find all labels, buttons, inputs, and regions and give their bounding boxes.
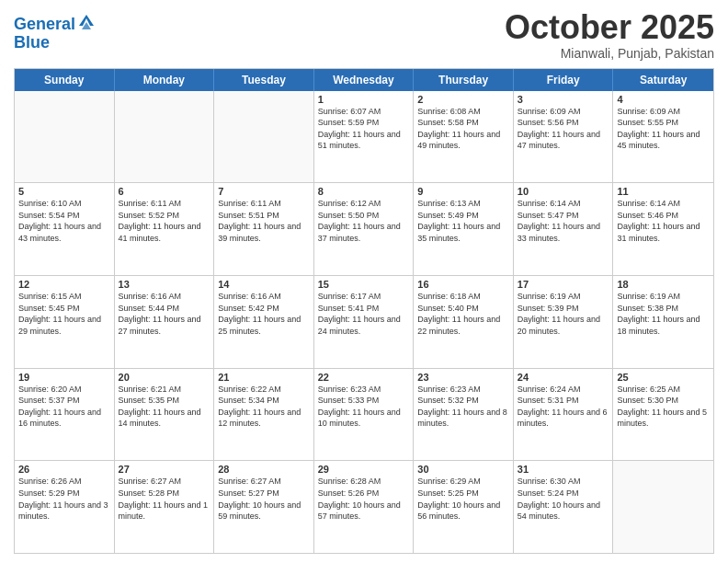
calendar-week-3: 19Sunrise: 6:20 AMSunset: 5:37 PMDayligh…: [15, 368, 713, 461]
calendar-cell: 30Sunrise: 6:29 AMSunset: 5:25 PMDayligh…: [414, 461, 514, 553]
sun-info: Sunrise: 6:19 AMSunset: 5:39 PMDaylight:…: [518, 291, 609, 337]
day-header-thursday: Thursday: [414, 69, 514, 91]
logo-blue: Blue: [14, 34, 96, 52]
calendar-cell: [115, 91, 215, 183]
calendar-cell: 17Sunrise: 6:19 AMSunset: 5:39 PMDayligh…: [514, 276, 614, 368]
sun-info: Sunrise: 6:25 AMSunset: 5:30 PMDaylight:…: [617, 384, 710, 430]
day-number: 1: [318, 94, 410, 105]
day-number: 23: [417, 372, 509, 383]
calendar-cell: 20Sunrise: 6:21 AMSunset: 5:35 PMDayligh…: [115, 369, 215, 461]
sun-info: Sunrise: 6:20 AMSunset: 5:37 PMDaylight:…: [18, 384, 110, 430]
calendar-week-2: 12Sunrise: 6:15 AMSunset: 5:45 PMDayligh…: [15, 275, 713, 368]
sun-info: Sunrise: 6:29 AMSunset: 5:25 PMDaylight:…: [417, 476, 509, 522]
calendar-week-0: 1Sunrise: 6:07 AMSunset: 5:59 PMDaylight…: [15, 91, 713, 183]
day-header-tuesday: Tuesday: [214, 69, 314, 91]
calendar-cell: 21Sunrise: 6:22 AMSunset: 5:34 PMDayligh…: [214, 369, 314, 461]
day-number: 15: [318, 279, 410, 290]
calendar-cell: 22Sunrise: 6:23 AMSunset: 5:33 PMDayligh…: [314, 369, 415, 461]
calendar-cell: 31Sunrise: 6:30 AMSunset: 5:24 PMDayligh…: [514, 461, 614, 553]
calendar-cell: 25Sunrise: 6:25 AMSunset: 5:30 PMDayligh…: [613, 369, 713, 461]
sun-info: Sunrise: 6:26 AMSunset: 5:29 PMDaylight:…: [18, 476, 110, 522]
calendar-cell: [613, 461, 713, 553]
sun-info: Sunrise: 6:24 AMSunset: 5:31 PMDaylight:…: [518, 384, 609, 430]
calendar-cell: 27Sunrise: 6:27 AMSunset: 5:28 PMDayligh…: [115, 461, 215, 553]
sun-info: Sunrise: 6:14 AMSunset: 5:47 PMDaylight:…: [518, 198, 609, 244]
sun-info: Sunrise: 6:11 AMSunset: 5:52 PMDaylight:…: [119, 198, 210, 244]
day-header-friday: Friday: [514, 69, 614, 91]
day-header-sunday: Sunday: [15, 69, 115, 91]
day-number: 3: [518, 94, 609, 105]
calendar-cell: 9Sunrise: 6:13 AMSunset: 5:49 PMDaylight…: [414, 183, 514, 275]
calendar-cell: 11Sunrise: 6:14 AMSunset: 5:46 PMDayligh…: [613, 183, 713, 275]
calendar-cell: 13Sunrise: 6:16 AMSunset: 5:44 PMDayligh…: [115, 276, 215, 368]
day-number: 13: [119, 279, 210, 290]
day-number: 10: [518, 186, 609, 197]
day-number: 9: [417, 186, 509, 197]
sun-info: Sunrise: 6:22 AMSunset: 5:34 PMDaylight:…: [218, 384, 310, 430]
sun-info: Sunrise: 6:28 AMSunset: 5:26 PMDaylight:…: [318, 476, 410, 522]
day-number: 12: [18, 279, 110, 290]
sun-info: Sunrise: 6:09 AMSunset: 5:55 PMDaylight:…: [617, 106, 710, 152]
day-number: 2: [417, 94, 509, 105]
day-header-saturday: Saturday: [613, 69, 713, 91]
sun-info: Sunrise: 6:30 AMSunset: 5:24 PMDaylight:…: [518, 476, 609, 522]
calendar-cell: 16Sunrise: 6:18 AMSunset: 5:40 PMDayligh…: [414, 276, 514, 368]
calendar-cell: [214, 91, 314, 183]
calendar-cell: 14Sunrise: 6:16 AMSunset: 5:42 PMDayligh…: [214, 276, 314, 368]
day-number: 27: [119, 464, 210, 475]
calendar-cell: 2Sunrise: 6:08 AMSunset: 5:58 PMDaylight…: [414, 91, 514, 183]
sun-info: Sunrise: 6:16 AMSunset: 5:44 PMDaylight:…: [119, 291, 210, 337]
calendar-page: General Blue October 2025 Mianwali, Punj…: [0, 0, 728, 563]
title-block: October 2025 Mianwali, Punjab, Pakistan: [505, 9, 714, 61]
calendar: SundayMondayTuesdayWednesdayThursdayFrid…: [14, 68, 714, 554]
sun-info: Sunrise: 6:16 AMSunset: 5:42 PMDaylight:…: [218, 291, 310, 337]
sun-info: Sunrise: 6:21 AMSunset: 5:35 PMDaylight:…: [119, 384, 210, 430]
header: General Blue October 2025 Mianwali, Punj…: [14, 9, 714, 61]
calendar-cell: 4Sunrise: 6:09 AMSunset: 5:55 PMDaylight…: [613, 91, 713, 183]
calendar-cell: 10Sunrise: 6:14 AMSunset: 5:47 PMDayligh…: [514, 183, 614, 275]
day-number: 29: [318, 464, 410, 475]
day-number: 8: [318, 186, 410, 197]
calendar-cell: [15, 91, 115, 183]
day-number: 28: [218, 464, 310, 475]
logo-text: General: [14, 13, 96, 34]
sun-info: Sunrise: 6:17 AMSunset: 5:41 PMDaylight:…: [318, 291, 410, 337]
calendar-body: 1Sunrise: 6:07 AMSunset: 5:59 PMDaylight…: [15, 91, 713, 553]
day-number: 7: [218, 186, 310, 197]
logo-content: General Blue: [14, 13, 96, 52]
day-number: 30: [417, 464, 509, 475]
logo-icon: [77, 13, 96, 29]
day-number: 14: [218, 279, 310, 290]
sun-info: Sunrise: 6:23 AMSunset: 5:32 PMDaylight:…: [417, 384, 509, 430]
month-title: October 2025: [505, 9, 714, 46]
calendar-cell: 8Sunrise: 6:12 AMSunset: 5:50 PMDaylight…: [314, 183, 415, 275]
sun-info: Sunrise: 6:07 AMSunset: 5:59 PMDaylight:…: [318, 106, 410, 152]
calendar-cell: 26Sunrise: 6:26 AMSunset: 5:29 PMDayligh…: [15, 461, 115, 553]
day-number: 24: [518, 372, 609, 383]
calendar-cell: 1Sunrise: 6:07 AMSunset: 5:59 PMDaylight…: [314, 91, 415, 183]
calendar-week-1: 5Sunrise: 6:10 AMSunset: 5:54 PMDaylight…: [15, 182, 713, 275]
day-number: 18: [617, 279, 710, 290]
calendar-week-4: 26Sunrise: 6:26 AMSunset: 5:29 PMDayligh…: [15, 460, 713, 553]
day-number: 6: [119, 186, 210, 197]
calendar-cell: 24Sunrise: 6:24 AMSunset: 5:31 PMDayligh…: [514, 369, 614, 461]
sun-info: Sunrise: 6:08 AMSunset: 5:58 PMDaylight:…: [417, 106, 509, 152]
day-number: 5: [18, 186, 110, 197]
day-number: 16: [417, 279, 509, 290]
calendar-cell: 19Sunrise: 6:20 AMSunset: 5:37 PMDayligh…: [15, 369, 115, 461]
calendar-cell: 29Sunrise: 6:28 AMSunset: 5:26 PMDayligh…: [314, 461, 415, 553]
calendar-cell: 7Sunrise: 6:11 AMSunset: 5:51 PMDaylight…: [214, 183, 314, 275]
sun-info: Sunrise: 6:15 AMSunset: 5:45 PMDaylight:…: [18, 291, 110, 337]
logo: General Blue: [14, 13, 96, 52]
calendar-cell: 12Sunrise: 6:15 AMSunset: 5:45 PMDayligh…: [15, 276, 115, 368]
calendar-cell: 28Sunrise: 6:27 AMSunset: 5:27 PMDayligh…: [214, 461, 314, 553]
day-header-wednesday: Wednesday: [314, 69, 415, 91]
calendar-cell: 3Sunrise: 6:09 AMSunset: 5:56 PMDaylight…: [514, 91, 614, 183]
calendar-cell: 18Sunrise: 6:19 AMSunset: 5:38 PMDayligh…: [613, 276, 713, 368]
calendar-cell: 5Sunrise: 6:10 AMSunset: 5:54 PMDaylight…: [15, 183, 115, 275]
day-number: 22: [318, 372, 410, 383]
day-number: 31: [518, 464, 609, 475]
sun-info: Sunrise: 6:27 AMSunset: 5:28 PMDaylight:…: [119, 476, 210, 522]
calendar-cell: 23Sunrise: 6:23 AMSunset: 5:32 PMDayligh…: [414, 369, 514, 461]
calendar-cell: 6Sunrise: 6:11 AMSunset: 5:52 PMDaylight…: [115, 183, 215, 275]
